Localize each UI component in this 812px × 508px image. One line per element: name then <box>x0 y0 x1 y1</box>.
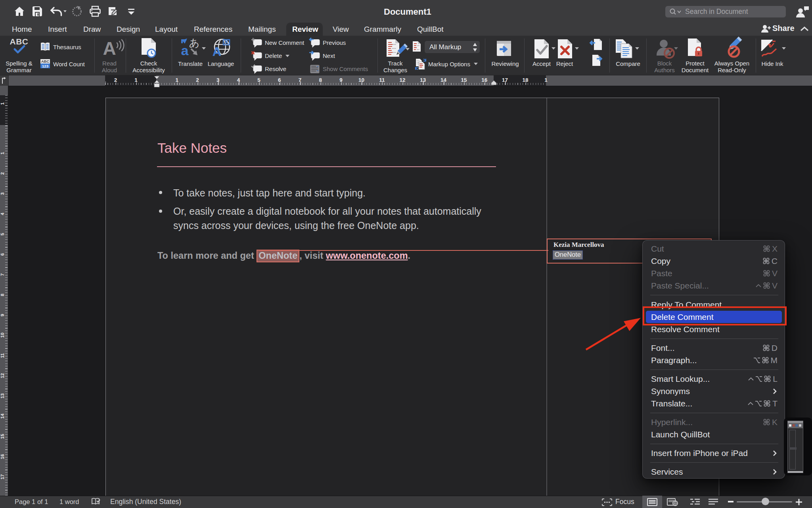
svg-text:a: a <box>181 43 189 58</box>
svg-text:ABC: ABC <box>41 59 50 64</box>
svg-text:123: 123 <box>42 64 48 68</box>
svg-text:あ: あ <box>189 37 200 49</box>
svg-text:A: A <box>213 45 221 59</box>
